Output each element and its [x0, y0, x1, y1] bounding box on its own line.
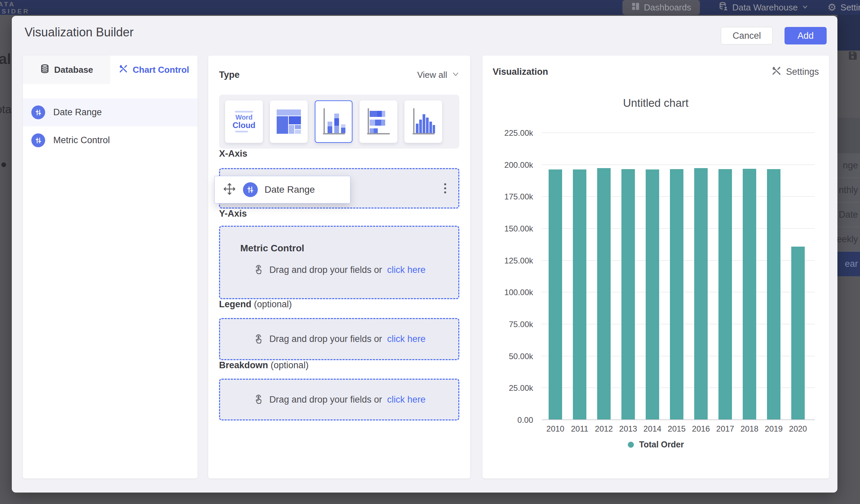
cancel-button[interactable]: Cancel	[721, 27, 773, 44]
field-metric-control[interactable]: Metric Control	[23, 126, 198, 154]
background-bullet	[1, 162, 6, 167]
y-axis-tick-label: 175.00k	[493, 192, 533, 201]
control-icon	[31, 133, 45, 147]
y-axis-tick-label: 25.00k	[493, 384, 533, 393]
y-axis-dropzone[interactable]: Metric Control Drag and drop your fields…	[219, 226, 459, 299]
chart-type-stacked-bar[interactable]	[360, 100, 397, 143]
x-axis-tick-label: 2017	[713, 424, 737, 434]
x-axis-tick-label: 2019	[762, 424, 786, 434]
x-axis-tick-label: 2016	[689, 424, 713, 434]
save-icon	[847, 51, 858, 62]
x-axis-tick-label: 2018	[737, 424, 762, 434]
drop-hint-text: Drag and drop your fields or	[269, 265, 382, 275]
legend-dropzone[interactable]: Drag and drop your fields or click here	[219, 318, 459, 360]
click-here-link[interactable]: click here	[387, 394, 426, 405]
nav-data-warehouse-label: Data Warehouse	[732, 2, 798, 13]
x-axis-dropzone[interactable]: Date Range Date Range	[219, 168, 459, 208]
y-axis-box-title: Metric Control	[240, 243, 304, 254]
chevron-down-icon	[452, 70, 459, 80]
y-axis-tick-label: 225.00k	[493, 128, 533, 138]
y-axis-tick-label: 75.00k	[493, 320, 533, 329]
chart-bar	[549, 170, 562, 419]
chart-settings-button[interactable]: Settings	[771, 66, 819, 78]
gridline: 0.00	[542, 419, 815, 420]
chart-type-strip: Word Cloud	[219, 95, 459, 148]
chart-bar	[573, 170, 586, 419]
background-band	[837, 118, 860, 153]
chart-plot-area: 225.00k200.00k175.00k150.00k125.00k100.0…	[542, 132, 815, 419]
chart-type-stacked-column[interactable]	[315, 100, 353, 143]
drop-hint-text: Drag and drop your fields or	[269, 394, 382, 405]
breakdown-heading: Breakdown (optional)	[219, 360, 459, 371]
tap-icon	[253, 393, 264, 406]
modal-title: Visualization Builder	[25, 25, 134, 40]
background-navbar-sliver	[837, 15, 860, 51]
breakdown-dropzone[interactable]: Drag and drop your fields or click here	[219, 379, 459, 420]
chevron-down-icon	[802, 2, 808, 13]
word-cloud-word-2: Cloud	[232, 121, 255, 129]
chart-legend: Total Order	[493, 440, 819, 449]
app-logo: DATA INSIDER	[0, 0, 30, 15]
modal-actions: Cancel Add	[721, 27, 827, 44]
screen: DATA INSIDER Dashboards Data Warehouse	[0, 0, 860, 504]
background-heading-fragment: al	[0, 51, 11, 67]
chart-type-word-cloud[interactable]: Word Cloud	[225, 100, 263, 143]
chart-type-column[interactable]	[404, 100, 442, 143]
nav-data-warehouse[interactable]: Data Warehouse	[719, 0, 808, 15]
chart-bars	[543, 132, 810, 419]
field-label: Metric Control	[53, 135, 110, 146]
y-axis-tick-label: 125.00k	[493, 256, 533, 265]
chart-bar	[767, 169, 780, 419]
y-axis-heading: Y-Axis	[219, 208, 459, 219]
modal-panels: Database Chart Control Date Rang	[23, 56, 829, 478]
tab-chart-control[interactable]: Chart Control	[110, 56, 198, 84]
type-label: Type	[219, 70, 240, 80]
nav-dashboards-label: Dashboards	[644, 2, 691, 13]
top-nav: DATA INSIDER Dashboards Data Warehouse	[0, 0, 860, 15]
click-here-link[interactable]: click here	[387, 265, 426, 275]
view-all-dropdown[interactable]: View all	[417, 70, 459, 80]
add-button[interactable]: Add	[785, 27, 827, 44]
chip-label: Date Range	[264, 184, 315, 195]
nav-dashboards[interactable]: Dashboards	[622, 0, 700, 15]
tap-icon	[253, 333, 264, 346]
y-axis-tick-label: 150.00k	[493, 224, 533, 233]
chart-type-treemap[interactable]	[270, 100, 308, 143]
chart-bar	[791, 247, 805, 419]
field-label: Date Range	[53, 107, 102, 118]
visualization-heading: Visualization	[493, 67, 548, 77]
fields-panel: Database Chart Control Date Rang	[23, 56, 198, 478]
control-icon	[243, 182, 258, 197]
database-icon	[40, 64, 49, 76]
kebab-menu-icon[interactable]	[444, 183, 446, 193]
field-list: Date Range Metric Control	[23, 98, 198, 154]
background-subheading-fragment: ota	[0, 103, 12, 116]
x-axis-heading: X-Axis	[219, 148, 459, 159]
chart-settings-label: Settings	[786, 67, 819, 77]
x-axis-tick-label: 2012	[592, 424, 616, 434]
x-axis-tick-label: 2013	[616, 424, 640, 434]
legend-swatch	[628, 442, 634, 448]
chart-bar	[694, 168, 708, 419]
dashboards-grid-icon	[631, 2, 640, 13]
date-range-chip[interactable]: Date Range	[214, 176, 350, 203]
tab-database[interactable]: Database	[23, 56, 110, 84]
x-axis-tick-label: 2011	[568, 424, 592, 434]
click-here-link[interactable]: click here	[387, 334, 426, 344]
logo-line-2: INSIDER	[0, 8, 30, 15]
y-axis-tick-label: 100.00k	[493, 288, 533, 297]
gear-icon: ⚙	[827, 2, 836, 13]
nav-settings[interactable]: ⚙ Settings	[827, 0, 860, 15]
chart-bar	[743, 169, 756, 419]
tools-icon	[771, 66, 782, 78]
legend-heading: Legend (optional)	[219, 299, 459, 309]
field-date-range[interactable]: Date Range	[23, 98, 198, 126]
y-axis-tick-label: 50.00k	[493, 352, 533, 361]
chart-bar	[718, 169, 732, 419]
chart-title: Untitled chart	[493, 97, 819, 110]
chart-bar	[670, 169, 684, 419]
fields-tabs: Database Chart Control	[23, 56, 198, 84]
y-axis-tick-label: 200.00k	[493, 160, 533, 170]
legend-label: Total Order	[639, 440, 684, 449]
move-icon	[223, 182, 236, 197]
